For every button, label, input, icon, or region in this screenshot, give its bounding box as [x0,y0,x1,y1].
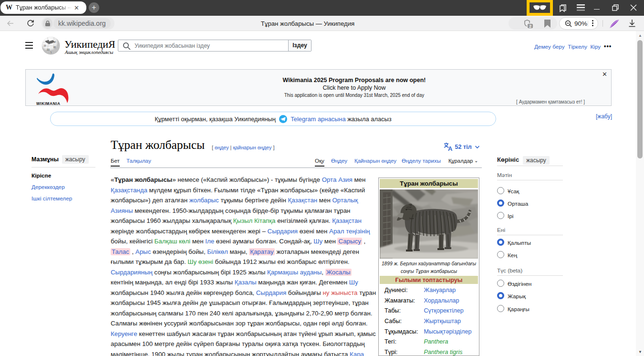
svg-text:ว: ว [50,51,52,54]
svg-text:2: 2 [529,24,531,29]
svg-text:И: И [53,45,56,49]
svg-text:Ω: Ω [44,44,46,47]
svg-text:Ш: Ш [47,48,50,51]
svg-text:ロ: ロ [48,42,51,45]
svg-text:W: W [53,41,56,43]
svg-text:A: A [448,145,453,151]
svg-text:WIKIMANIA: WIKIMANIA [36,102,60,106]
